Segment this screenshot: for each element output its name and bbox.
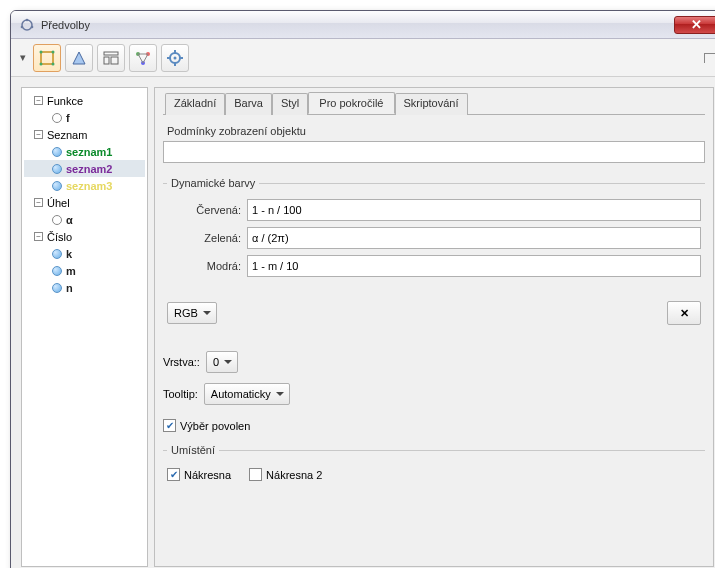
- red-input[interactable]: [247, 199, 701, 221]
- app-icon: [19, 17, 35, 33]
- toolbar: ▾: [11, 39, 715, 77]
- tree-item[interactable]: k: [24, 245, 145, 262]
- view1-checkbox[interactable]: ✔Nákresna: [167, 468, 231, 481]
- color-mode-value: RGB: [174, 307, 198, 319]
- close-button[interactable]: ✕: [674, 16, 715, 34]
- toolbar-menu-arrow[interactable]: ▾: [17, 52, 29, 64]
- svg-point-8: [52, 62, 55, 65]
- titlebar: Předvolby ✕: [11, 11, 715, 39]
- tooltip-value: Automaticky: [211, 388, 271, 400]
- tree-item[interactable]: seznam1: [24, 143, 145, 160]
- svg-rect-12: [111, 57, 118, 64]
- tool-triangle[interactable]: [65, 44, 93, 72]
- selection-label: Výběr povolen: [180, 420, 250, 432]
- tree-category[interactable]: −Seznam: [24, 126, 145, 143]
- detach-icon[interactable]: [704, 53, 715, 63]
- delete-color-button[interactable]: ✕: [667, 301, 701, 325]
- svg-rect-11: [104, 57, 109, 64]
- tab-pro-pokročilé[interactable]: Pro pokročilé: [308, 92, 394, 114]
- view2-checkbox[interactable]: Nákresna 2: [249, 468, 322, 481]
- tree-item[interactable]: m: [24, 262, 145, 279]
- svg-point-1: [26, 18, 29, 21]
- svg-line-17: [138, 54, 143, 63]
- body: −Funkcef−Seznamseznam1seznam2seznam3−Úhe…: [11, 77, 715, 568]
- bullet-icon: [52, 164, 62, 174]
- red-label: Červená:: [167, 204, 241, 216]
- preferences-window: Předvolby ✕ ▾ −Funkcef−Seznamseznam1sezn…: [10, 10, 715, 568]
- svg-point-7: [40, 62, 43, 65]
- window-title: Předvolby: [41, 19, 674, 31]
- svg-point-5: [40, 50, 43, 53]
- svg-point-6: [52, 50, 55, 53]
- tree-category[interactable]: −Úhel: [24, 194, 145, 211]
- tab-základní[interactable]: Základní: [165, 93, 225, 115]
- color-mode-select[interactable]: RGB: [167, 302, 217, 324]
- tree-item[interactable]: α: [24, 211, 145, 228]
- tree-category[interactable]: −Číslo: [24, 228, 145, 245]
- svg-marker-9: [73, 52, 85, 64]
- view1-label: Nákresna: [184, 469, 231, 481]
- location-group: Umístění ✔Nákresna Nákresna 2: [163, 444, 705, 485]
- layer-label: Vrstva::: [163, 356, 200, 368]
- tab-styl[interactable]: Styl: [272, 93, 308, 115]
- green-label: Zelená:: [167, 232, 241, 244]
- bullet-icon: [52, 113, 62, 123]
- tree-item[interactable]: seznam2: [24, 160, 145, 177]
- bullet-icon: [52, 283, 62, 293]
- svg-point-3: [21, 25, 24, 28]
- bullet-icon: [52, 181, 62, 191]
- svg-point-0: [22, 20, 32, 30]
- condition-group: Podmínky zobrazení objektu: [163, 125, 705, 163]
- collapse-icon[interactable]: −: [34, 96, 43, 105]
- layer-select[interactable]: 0: [206, 351, 238, 373]
- object-tree[interactable]: −Funkcef−Seznamseznam1seznam2seznam3−Úhe…: [21, 87, 148, 567]
- bullet-icon: [52, 215, 62, 225]
- tooltip-select[interactable]: Automaticky: [204, 383, 290, 405]
- x-icon: ✕: [680, 307, 689, 320]
- svg-point-2: [31, 25, 34, 28]
- blue-input[interactable]: [247, 255, 701, 277]
- collapse-icon[interactable]: −: [34, 232, 43, 241]
- collapse-icon[interactable]: −: [34, 130, 43, 139]
- svg-rect-4: [41, 52, 53, 64]
- view2-label: Nákresna 2: [266, 469, 322, 481]
- tool-select[interactable]: [33, 44, 61, 72]
- tree-item[interactable]: n: [24, 279, 145, 296]
- bullet-icon: [52, 249, 62, 259]
- tab-bar: ZákladníBarvaStylPro pokročiléSkriptován…: [163, 92, 705, 115]
- green-input[interactable]: [247, 227, 701, 249]
- tree-item[interactable]: f: [24, 109, 145, 126]
- bullet-icon: [52, 147, 62, 157]
- condition-label: Podmínky zobrazení objektu: [163, 125, 705, 137]
- tool-graph[interactable]: [129, 44, 157, 72]
- tool-layout[interactable]: [97, 44, 125, 72]
- tooltip-label: Tooltip:: [163, 388, 198, 400]
- svg-rect-10: [104, 52, 118, 55]
- bullet-icon: [52, 266, 62, 276]
- location-label: Umístění: [167, 444, 219, 456]
- condition-input[interactable]: [163, 141, 705, 163]
- tree-item[interactable]: seznam3: [24, 177, 145, 194]
- layer-value: 0: [213, 356, 219, 368]
- tab-barva[interactable]: Barva: [225, 93, 272, 115]
- content-panel: ZákladníBarvaStylPro pokročiléSkriptován…: [154, 87, 714, 567]
- svg-line-18: [143, 54, 148, 63]
- tool-settings[interactable]: [161, 44, 189, 72]
- tree-category[interactable]: −Funkce: [24, 92, 145, 109]
- dynamic-colors-label: Dynamické barvy: [167, 177, 259, 189]
- collapse-icon[interactable]: −: [34, 198, 43, 207]
- blue-label: Modrá:: [167, 260, 241, 272]
- tab-skriptování[interactable]: Skriptování: [395, 93, 468, 115]
- dynamic-colors-group: Dynamické barvy Červená: Zelená: Modrá: …: [163, 177, 705, 329]
- svg-point-20: [174, 56, 177, 59]
- selection-checkbox[interactable]: ✔Výběr povolen: [163, 419, 250, 432]
